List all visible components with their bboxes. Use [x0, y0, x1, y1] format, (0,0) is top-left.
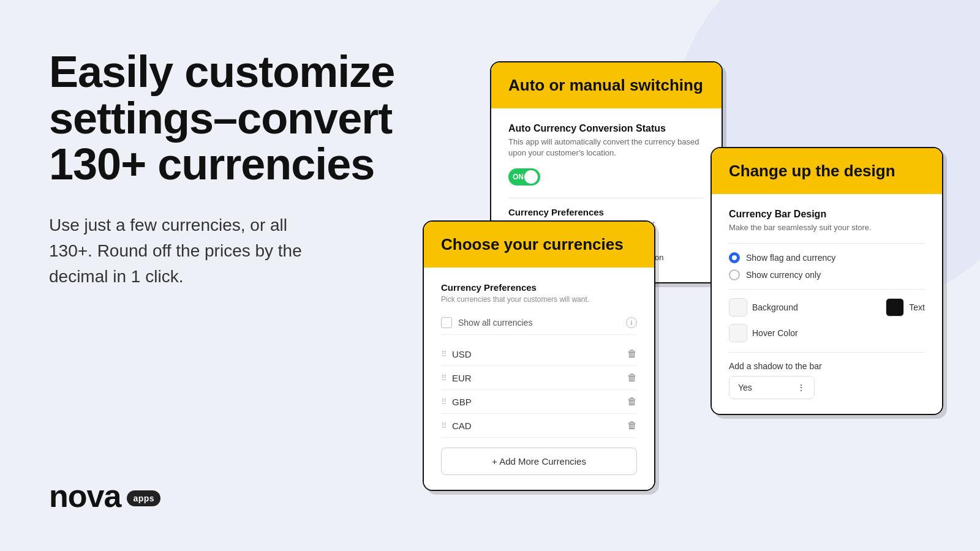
card-design-header: Change up the design: [712, 148, 942, 194]
background-label: Background: [752, 302, 798, 312]
currency-eur: EUR: [452, 373, 472, 383]
text-swatch-group: Text: [886, 298, 925, 317]
headline-line1: Easily customize: [49, 47, 394, 96]
background-color-box[interactable]: [729, 298, 747, 317]
left-content: Easily customize settings–convert 130+ c…: [49, 49, 404, 290]
logo-text: nova: [49, 478, 121, 514]
card-auto-header: Auto or manual switching: [491, 62, 722, 108]
currency-left-gbp: ⠿ GBP: [441, 397, 472, 407]
card-design-title: Change up the design: [729, 162, 925, 181]
shadow-label: Add a shadow to the bar: [729, 361, 925, 371]
cards-area: Auto or manual switching Auto Currency C…: [429, 0, 980, 551]
show-all-label: Show all currencies: [458, 318, 532, 328]
subtext: Use just a few currencies, or all 130+. …: [49, 212, 331, 290]
currencies-pref-title: Currency Preferences: [441, 282, 637, 293]
drag-icon-cad: ⠿: [441, 421, 446, 430]
currency-row-gbp: ⠿ GBP 🗑: [441, 390, 637, 414]
radio-label-currency: Show currency only: [746, 270, 821, 280]
card-currencies-title: Choose your currencies: [441, 235, 637, 254]
drag-icon-usd: ⠿: [441, 350, 446, 359]
add-more-button[interactable]: + Add More Currencies: [441, 448, 637, 475]
headline: Easily customize settings–convert 130+ c…: [49, 49, 404, 188]
currency-left-cad: ⠿ CAD: [441, 421, 472, 431]
trash-icon-cad[interactable]: 🗑: [627, 420, 637, 431]
currency-row-eur: ⠿ EUR 🗑: [441, 366, 637, 390]
card-auto-title: Auto or manual switching: [508, 76, 704, 95]
section-divider-2: [729, 289, 925, 290]
background-text-color-row: Background Text: [729, 298, 925, 317]
card-currencies-header: Choose your currencies: [424, 222, 654, 268]
text-label: Text: [909, 302, 925, 312]
radio-dot-currency: [729, 269, 740, 280]
headline-line3: 130+ currencies: [49, 140, 374, 189]
shadow-chevron-icon: ⋮: [797, 383, 805, 392]
toggle-switch[interactable]: ON: [508, 168, 540, 186]
shadow-select[interactable]: Yes ⋮: [729, 376, 815, 399]
headline-line2: settings–convert: [49, 94, 392, 143]
trash-icon-gbp[interactable]: 🗑: [627, 396, 637, 407]
checkbox-empty-show-all: [441, 317, 452, 328]
currency-row-usd: ⠿ USD 🗑: [441, 342, 637, 366]
toggle-knob: [524, 170, 538, 184]
info-icon: i: [626, 317, 637, 328]
show-all-row[interactable]: Show all currencies i: [441, 311, 637, 335]
currency-left-usd: ⠿ USD: [441, 349, 472, 359]
currency-cad: CAD: [452, 421, 472, 431]
background-swatch-group: Background: [729, 298, 798, 317]
currency-row-cad: ⠿ CAD 🗑: [441, 414, 637, 438]
card-currencies-body: Currency Preferences Pick currencies tha…: [424, 268, 654, 490]
hover-color-row: Hover Color: [729, 324, 925, 342]
card-currencies: Choose your currencies Currency Preferen…: [423, 220, 655, 491]
currency-list: ⠿ USD 🗑 ⠿ EUR 🗑 ⠿ GBP: [441, 342, 637, 438]
trash-icon-eur[interactable]: 🗑: [627, 372, 637, 383]
logo-badge: apps: [127, 490, 160, 506]
toggle-label: ON: [513, 173, 524, 181]
currency-gbp: GBP: [452, 397, 472, 407]
radio-show-currency[interactable]: Show currency only: [729, 269, 925, 280]
currencies-pref-desc: Pick currencies that your customers will…: [441, 295, 637, 304]
design-section-title: Currency Bar Design: [729, 209, 925, 220]
drag-icon-gbp: ⠿: [441, 397, 446, 407]
radio-dot-flag: [729, 252, 740, 263]
trash-icon-usd[interactable]: 🗑: [627, 348, 637, 359]
divider-1: [508, 198, 704, 198]
radio-show-flag[interactable]: Show flag and currency: [729, 252, 925, 263]
card-design-body: Currency Bar Design Make the bar seamles…: [712, 194, 942, 414]
section-divider-3: [729, 352, 925, 353]
hover-color-box[interactable]: [729, 324, 747, 342]
auto-status-title: Auto Currency Conversion Status: [508, 123, 704, 134]
radio-label-flag: Show flag and currency: [746, 253, 835, 263]
shadow-value: Yes: [738, 383, 752, 392]
toggle-row: ON: [508, 168, 704, 186]
hover-swatch-group: Hover Color: [729, 324, 798, 342]
drag-icon-eur: ⠿: [441, 373, 446, 383]
logo: nova apps: [49, 478, 160, 514]
card-design: Change up the design Currency Bar Design…: [710, 147, 943, 415]
currency-usd: USD: [452, 349, 472, 359]
hover-label: Hover Color: [752, 328, 798, 338]
currency-left-eur: ⠿ EUR: [441, 373, 472, 383]
auto-status-desc: This app will automatically convert the …: [508, 137, 704, 159]
design-section-desc: Make the bar seamlessly suit your store.: [729, 222, 925, 233]
show-all-left: Show all currencies: [441, 317, 532, 328]
shadow-section: Add a shadow to the bar Yes ⋮: [729, 361, 925, 399]
pref-title: Currency Preferences: [508, 207, 704, 217]
section-divider-1: [729, 243, 925, 244]
text-color-box[interactable]: [886, 298, 904, 317]
